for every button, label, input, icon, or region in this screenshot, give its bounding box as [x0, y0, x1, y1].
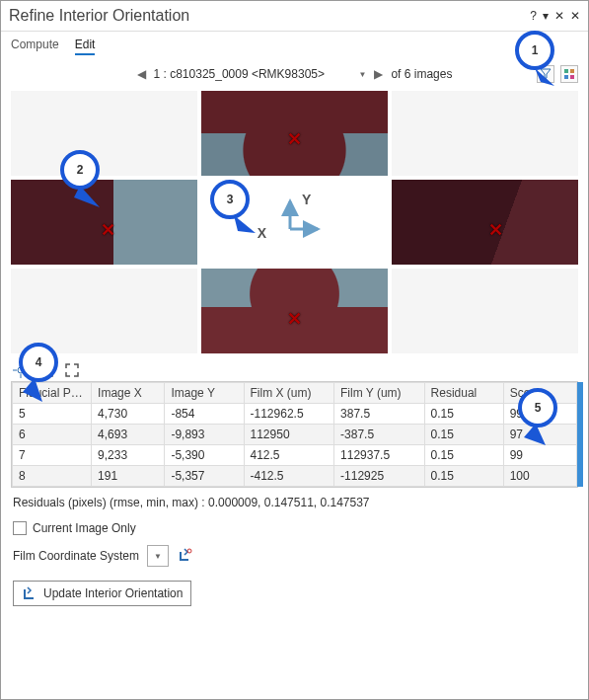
callout-3: 3: [210, 180, 250, 219]
table-row[interactable]: 8 191 -5,357 -412.5 -112925 0.15 100: [13, 466, 577, 487]
prev-image-button[interactable]: ◀: [137, 67, 146, 81]
fiducial-table: Fiducial Position Image X Image Y Film X…: [11, 381, 578, 488]
options-icon[interactable]: [560, 65, 578, 83]
cell: 0.15: [424, 445, 503, 466]
update-button-label: Update Interior Orientation: [43, 586, 183, 600]
cell: 100: [503, 466, 576, 487]
callout-1-label: 1: [532, 43, 539, 57]
thumb-top[interactable]: ✕: [201, 91, 388, 176]
callout-4-label: 4: [36, 355, 42, 369]
cell: 412.5: [244, 445, 334, 466]
thumb-right[interactable]: ✕: [392, 180, 578, 265]
thumb-bottom[interactable]: ✕: [201, 269, 388, 353]
axis-y-label: Y: [302, 192, 311, 207]
callout-5-label: 5: [535, 401, 542, 415]
table-scrollbar[interactable]: [577, 382, 583, 487]
cell: 191: [92, 466, 165, 487]
cell: -387.5: [334, 425, 425, 445]
dropdown-icon[interactable]: ▾: [543, 9, 549, 23]
residuals-summary: Residuals (pixels) (rmse, min, max) : 0.…: [1, 488, 588, 517]
table-row[interactable]: 7 9,233 -5,390 412.5 112937.5 0.15 99: [13, 445, 577, 466]
col-image-x[interactable]: Image X: [92, 383, 165, 404]
thumb-empty: [392, 91, 578, 176]
zoom-tools: [1, 357, 588, 381]
callout-5: 5: [518, 388, 557, 428]
image-count-label: of 6 images: [391, 67, 452, 81]
current-image-only-row: Current Image Only: [1, 517, 588, 539]
callout-4: 4: [19, 343, 58, 382]
image-nav: ◀ 1 : c810325_0009 <RMK98305> ▼ ▶ of 6 i…: [1, 61, 588, 87]
tab-edit[interactable]: Edit: [75, 38, 96, 55]
cell: -412.5: [244, 466, 334, 487]
current-image-name[interactable]: 1 : c810325_0009 <RMK98305>: [154, 67, 351, 81]
cell: 4,730: [92, 404, 165, 425]
film-coord-dropdown[interactable]: ▼: [147, 545, 169, 567]
cell: 7: [13, 445, 92, 466]
close-icon[interactable]: ✕: [570, 9, 580, 23]
pin-icon[interactable]: ✕: [554, 9, 564, 23]
cell: -854: [165, 404, 244, 425]
window-controls: ? ▾ ✕ ✕: [530, 9, 580, 23]
table-row[interactable]: 6 4,693 -9,893 112950 -387.5 0.15 97: [13, 425, 577, 445]
cell: 6: [13, 425, 92, 445]
callout-2-label: 2: [77, 163, 84, 177]
current-image-only-label: Current Image Only: [33, 521, 136, 535]
svg-rect-0: [564, 69, 568, 73]
tab-compute[interactable]: Compute: [11, 38, 59, 55]
svg-point-11: [187, 549, 191, 553]
thumb-left[interactable]: ✕: [11, 180, 197, 265]
thumb-empty: [392, 269, 578, 353]
svg-rect-1: [570, 69, 574, 73]
help-icon[interactable]: ?: [530, 9, 537, 23]
thumb-empty: [11, 269, 197, 353]
svg-rect-3: [570, 75, 574, 79]
cell: 8: [13, 466, 92, 487]
thumb-empty: [11, 91, 197, 176]
cell: 4,693: [92, 425, 165, 445]
callout-2: 2: [60, 150, 100, 190]
titlebar: Refine Interior Orientation ? ▾ ✕ ✕: [1, 1, 588, 32]
cell: -112925: [334, 466, 425, 487]
cell: 9,233: [92, 445, 165, 466]
cell: 112937.5: [334, 445, 425, 466]
cell: -5,357: [165, 466, 244, 487]
cell: 0.15: [424, 425, 503, 445]
mode-tabs: Compute Edit: [1, 32, 588, 61]
cell: 112950: [244, 425, 334, 445]
col-film-x[interactable]: Film X (um): [244, 383, 334, 404]
col-residual[interactable]: Residual: [424, 383, 503, 404]
window-title: Refine Interior Orientation: [9, 7, 189, 25]
cell: 387.5: [334, 404, 425, 425]
fiducial-preview-grid: ✕ ✕ Y X ✕ ✕ 2 3: [1, 87, 588, 357]
cell: 0.15: [424, 404, 503, 425]
cell: -9,893: [165, 425, 244, 445]
current-image-only-checkbox[interactable]: [13, 521, 27, 535]
cell: -112962.5: [244, 404, 334, 425]
axis-reset-icon[interactable]: [177, 546, 194, 567]
svg-rect-2: [564, 75, 568, 79]
zoom-fit-icon[interactable]: [62, 361, 82, 379]
film-coord-row: Film Coordinate System ▼: [1, 539, 588, 573]
callout-1: 1: [515, 31, 554, 70]
update-interior-orientation-button[interactable]: Update Interior Orientation: [13, 581, 191, 606]
cell: 5: [13, 404, 92, 425]
image-dropdown-icon[interactable]: ▼: [359, 70, 367, 79]
film-coord-label: Film Coordinate System: [13, 549, 139, 563]
axis-icon: [22, 585, 37, 601]
cell: -5,390: [165, 445, 244, 466]
col-film-y[interactable]: Film Y (um): [334, 383, 425, 404]
col-image-y[interactable]: Image Y: [165, 383, 244, 404]
callout-3-label: 3: [227, 193, 234, 206]
table-row[interactable]: 5 4,730 -854 -112962.5 387.5 0.15 99: [13, 404, 577, 425]
cell: 0.15: [424, 466, 503, 487]
next-image-button[interactable]: ▶: [374, 67, 383, 81]
